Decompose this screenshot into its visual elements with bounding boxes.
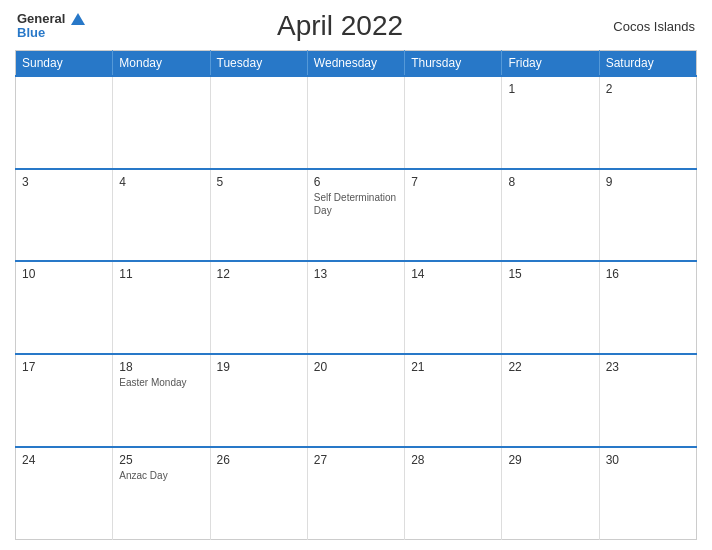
day-apr-13: 13	[314, 267, 398, 281]
day-apr-27: 27	[314, 453, 398, 467]
cell-w3-thu: 14	[405, 261, 502, 354]
cell-w3-wed: 13	[307, 261, 404, 354]
cell-w1-sun	[16, 76, 113, 169]
cell-w2-tue: 5	[210, 169, 307, 262]
cell-w2-fri: 8	[502, 169, 599, 262]
logo-triangle-icon	[71, 13, 85, 25]
day-apr-4: 4	[119, 175, 203, 189]
logo: General Blue	[17, 12, 85, 41]
cell-w1-sat: 2	[599, 76, 696, 169]
cell-w1-thu	[405, 76, 502, 169]
day-apr-21: 21	[411, 360, 495, 374]
cell-w5-wed: 27	[307, 447, 404, 540]
cell-w3-sun: 10	[16, 261, 113, 354]
day-apr-7: 7	[411, 175, 495, 189]
day-apr-6: 6	[314, 175, 398, 189]
week-row-2: 3 4 5 6 Self Determination Day 7 8	[16, 169, 697, 262]
holiday-easter-monday: Easter Monday	[119, 376, 203, 389]
calendar-body: 1 2 3 4 5 6 Self Determinatio	[16, 76, 697, 540]
cell-w5-fri: 29	[502, 447, 599, 540]
col-saturday: Saturday	[599, 51, 696, 77]
day-apr-30: 30	[606, 453, 690, 467]
day-apr-17: 17	[22, 360, 106, 374]
calendar-page: General Blue April 2022 Cocos Islands Su…	[0, 0, 712, 550]
cell-w4-fri: 22	[502, 354, 599, 447]
col-thursday: Thursday	[405, 51, 502, 77]
cell-w4-tue: 19	[210, 354, 307, 447]
week-row-1: 1 2	[16, 76, 697, 169]
logo-blue-text: Blue	[17, 26, 85, 40]
cell-w2-sat: 9	[599, 169, 696, 262]
day-apr-9: 9	[606, 175, 690, 189]
col-tuesday: Tuesday	[210, 51, 307, 77]
holiday-self-determination: Self Determination Day	[314, 191, 398, 217]
day-apr-10: 10	[22, 267, 106, 281]
day-apr-22: 22	[508, 360, 592, 374]
col-wednesday: Wednesday	[307, 51, 404, 77]
week-row-4: 17 18 Easter Monday 19 20 21 22	[16, 354, 697, 447]
cell-w5-mon: 25 Anzac Day	[113, 447, 210, 540]
cell-w1-wed	[307, 76, 404, 169]
day-apr-26: 26	[217, 453, 301, 467]
cell-w1-fri: 1	[502, 76, 599, 169]
cell-w4-sat: 23	[599, 354, 696, 447]
cell-w5-tue: 26	[210, 447, 307, 540]
cell-w2-thu: 7	[405, 169, 502, 262]
logo-general-text: General	[17, 12, 85, 26]
day-apr-25: 25	[119, 453, 203, 467]
day-apr-18: 18	[119, 360, 203, 374]
week-row-3: 10 11 12 13 14 15 16	[16, 261, 697, 354]
cell-w4-sun: 17	[16, 354, 113, 447]
col-sunday: Sunday	[16, 51, 113, 77]
day-apr-12: 12	[217, 267, 301, 281]
day-apr-19: 19	[217, 360, 301, 374]
cell-w1-tue	[210, 76, 307, 169]
cell-w5-thu: 28	[405, 447, 502, 540]
day-apr-16: 16	[606, 267, 690, 281]
cell-w5-sun: 24	[16, 447, 113, 540]
col-friday: Friday	[502, 51, 599, 77]
calendar-title: April 2022	[85, 10, 595, 42]
day-apr-28: 28	[411, 453, 495, 467]
day-apr-11: 11	[119, 267, 203, 281]
days-of-week-row: Sunday Monday Tuesday Wednesday Thursday…	[16, 51, 697, 77]
day-apr-1: 1	[508, 82, 592, 96]
cell-w2-wed: 6 Self Determination Day	[307, 169, 404, 262]
week-row-5: 24 25 Anzac Day 26 27 28 29	[16, 447, 697, 540]
cell-w4-mon: 18 Easter Monday	[113, 354, 210, 447]
calendar-table: Sunday Monday Tuesday Wednesday Thursday…	[15, 50, 697, 540]
day-apr-23: 23	[606, 360, 690, 374]
cell-w2-sun: 3	[16, 169, 113, 262]
cell-w3-mon: 11	[113, 261, 210, 354]
day-apr-2: 2	[606, 82, 690, 96]
day-apr-3: 3	[22, 175, 106, 189]
cell-w2-mon: 4	[113, 169, 210, 262]
day-apr-24: 24	[22, 453, 106, 467]
day-apr-15: 15	[508, 267, 592, 281]
cell-w5-sat: 30	[599, 447, 696, 540]
col-monday: Monday	[113, 51, 210, 77]
day-apr-5: 5	[217, 175, 301, 189]
cell-w4-wed: 20	[307, 354, 404, 447]
region-label: Cocos Islands	[595, 19, 695, 34]
header: General Blue April 2022 Cocos Islands	[15, 10, 697, 42]
day-apr-29: 29	[508, 453, 592, 467]
holiday-anzac-day: Anzac Day	[119, 469, 203, 482]
day-apr-8: 8	[508, 175, 592, 189]
cell-w3-tue: 12	[210, 261, 307, 354]
day-apr-14: 14	[411, 267, 495, 281]
day-apr-20: 20	[314, 360, 398, 374]
cell-w4-thu: 21	[405, 354, 502, 447]
cell-w3-sat: 16	[599, 261, 696, 354]
cell-w3-fri: 15	[502, 261, 599, 354]
calendar-header: Sunday Monday Tuesday Wednesday Thursday…	[16, 51, 697, 77]
cell-w1-mon	[113, 76, 210, 169]
